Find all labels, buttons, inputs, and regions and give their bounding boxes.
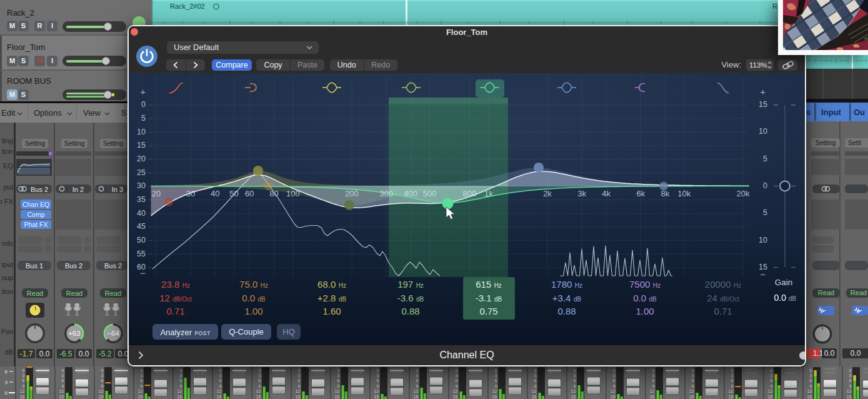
svg-text:0.0: 0.0 [851, 349, 861, 358]
svg-text:Read: Read [851, 289, 867, 296]
svg-text:s: s [806, 108, 811, 117]
svg-text:Input: Input [821, 108, 841, 117]
svg-text:0.0: 0.0 [824, 349, 835, 358]
svg-text:Setti: Setti [848, 139, 861, 146]
svg-text:Read: Read [818, 289, 834, 296]
svg-text:Setting: Setting [816, 139, 836, 146]
svg-text:Ou: Ou [854, 108, 865, 117]
